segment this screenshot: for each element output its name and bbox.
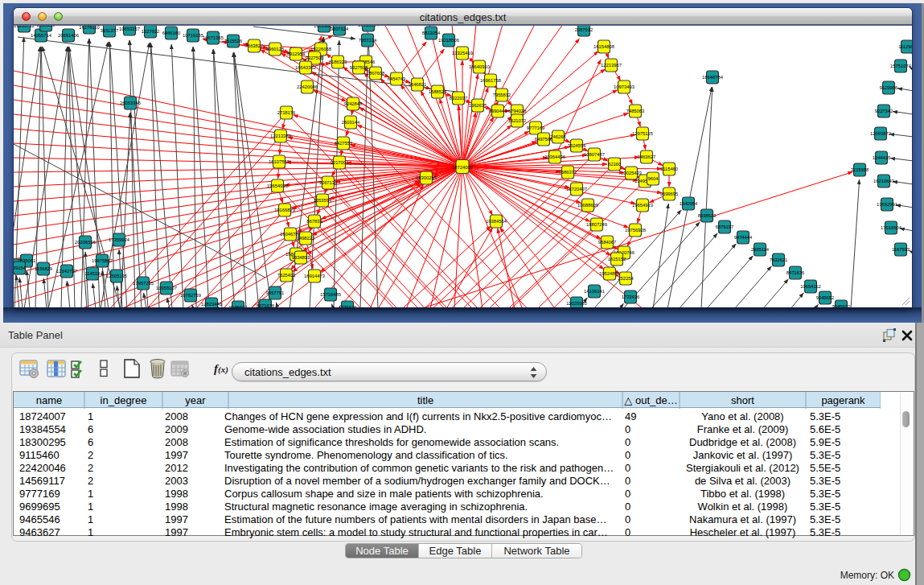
svg-text:8186323: 8186323 — [329, 60, 347, 64]
svg-text:19756928: 19756928 — [625, 228, 646, 233]
svg-text:15716485: 15716485 — [320, 292, 341, 297]
svg-text:9463627: 9463627 — [638, 154, 656, 159]
svg-text:9684067: 9684067 — [598, 240, 617, 245]
svg-text:10973493: 10973493 — [614, 84, 634, 89]
svg-text:7515526: 7515526 — [224, 39, 243, 43]
svg-text:20691406: 20691406 — [58, 33, 79, 38]
svg-text:13325419: 13325419 — [452, 51, 473, 56]
svg-text:9129966: 9129966 — [880, 85, 898, 90]
svg-text:8813054: 8813054 — [422, 31, 441, 35]
svg-text:18807249: 18807249 — [586, 222, 607, 227]
svg-text:1615152: 1615152 — [608, 257, 626, 262]
svg-text:1621072: 1621072 — [508, 118, 527, 123]
svg-text:1112905: 1112905 — [898, 44, 912, 49]
svg-text:22420046: 22420046 — [297, 84, 318, 89]
svg-text:8471676: 8471676 — [786, 270, 805, 275]
svg-text:9934891: 9934891 — [292, 255, 310, 260]
svg-text:12093872: 12093872 — [870, 131, 891, 136]
svg-text:15720407: 15720407 — [566, 187, 587, 192]
svg-text:16107553: 16107553 — [269, 159, 290, 164]
svg-text:16648784: 16648784 — [702, 75, 724, 80]
svg-text:16671355: 16671355 — [203, 35, 224, 40]
svg-text:16961758: 16961758 — [480, 78, 501, 83]
svg-text:7632621: 7632621 — [770, 257, 788, 262]
svg-text:17016504: 17016504 — [881, 225, 902, 230]
svg-text:12505135: 12505135 — [106, 274, 127, 278]
svg-text:19654923: 19654923 — [632, 203, 653, 208]
svg-text:1156829: 1156829 — [35, 266, 52, 271]
svg-text:20364436: 20364436 — [544, 154, 565, 159]
svg-text:7485063: 7485063 — [626, 109, 645, 113]
svg-text:1527602: 1527602 — [142, 29, 160, 34]
svg-text:9327500: 9327500 — [306, 56, 324, 60]
svg-text:39154: 39154 — [14, 266, 27, 270]
svg-text:9327508: 9327508 — [350, 65, 368, 70]
svg-text:16914473: 16914473 — [304, 274, 325, 278]
svg-text:8990444: 8990444 — [489, 109, 507, 113]
svg-text:9604: 9604 — [648, 176, 659, 181]
svg-text:746266: 746266 — [550, 134, 565, 139]
svg-text:11629305: 11629305 — [566, 301, 586, 306]
svg-text:9115460: 9115460 — [660, 167, 678, 171]
svg-text:6794028: 6794028 — [508, 109, 527, 113]
svg-text:10958107: 10958107 — [156, 286, 177, 290]
svg-text:2935114: 2935114 — [751, 247, 770, 252]
svg-text:18300295: 18300295 — [416, 175, 437, 180]
svg-text:114519: 114519 — [85, 271, 101, 276]
svg-text:1244415: 1244415 — [873, 155, 891, 160]
svg-text:10688609: 10688609 — [577, 203, 598, 208]
svg-text:9242848: 9242848 — [344, 101, 363, 106]
svg-text:18640910: 18640910 — [469, 64, 490, 69]
svg-text:8427552: 8427552 — [335, 141, 353, 146]
svg-text:19218506: 19218506 — [438, 38, 459, 43]
svg-text:1588520: 1588520 — [429, 89, 447, 94]
svg-text:6466160: 6466160 — [162, 31, 181, 35]
svg-text:1640954: 1640954 — [680, 201, 698, 206]
svg-text:10025433: 10025433 — [621, 171, 642, 175]
svg-text:8912954: 8912954 — [287, 51, 306, 56]
svg-text:16543362: 16543362 — [295, 65, 316, 70]
svg-text:12213967: 12213967 — [601, 63, 622, 68]
svg-text:3624554: 3624554 — [568, 143, 586, 148]
svg-text:9474444: 9474444 — [734, 235, 753, 240]
svg-text:62160: 62160 — [608, 162, 621, 167]
svg-text:1362635: 1362635 — [469, 103, 487, 108]
svg-text:17957255: 17957255 — [133, 281, 154, 286]
svg-text:2087012: 2087012 — [575, 27, 593, 32]
svg-text:13226058: 13226058 — [310, 47, 331, 51]
svg-text:3498222: 3498222 — [297, 236, 315, 241]
svg-text:16210643: 16210643 — [873, 179, 894, 183]
svg-text:18724007: 18724007 — [452, 165, 473, 170]
svg-text:14055714: 14055714 — [31, 33, 52, 38]
svg-text:10719155: 10719155 — [183, 33, 203, 38]
svg-text:9245652: 9245652 — [816, 295, 835, 300]
svg-text:16782759: 16782759 — [180, 293, 201, 298]
svg-text:13055712: 13055712 — [14, 26, 35, 28]
svg-text:9245602: 9245602 — [832, 304, 851, 307]
svg-text:10807487: 10807487 — [584, 152, 605, 157]
svg-text:10654112: 10654112 — [800, 284, 820, 289]
svg-text:9457791: 9457791 — [266, 290, 285, 295]
svg-text:19384554: 19384554 — [486, 219, 507, 224]
svg-text:7955812: 7955812 — [493, 93, 511, 97]
svg-text:26053346: 26053346 — [120, 101, 141, 105]
svg-text:1353594: 1353594 — [314, 198, 332, 203]
svg-text:2603144: 2603144 — [342, 120, 360, 125]
svg-text:12342737: 12342737 — [56, 269, 77, 274]
svg-text:19524851: 19524851 — [599, 271, 620, 276]
svg-text:12823446: 12823446 — [201, 302, 222, 307]
svg-text:8454749: 8454749 — [388, 76, 406, 81]
svg-text:12213389: 12213389 — [270, 134, 291, 138]
svg-text:3151377: 3151377 — [101, 28, 119, 33]
svg-text:9699695: 9699695 — [660, 192, 679, 196]
svg-text:9777169: 9777169 — [527, 126, 545, 130]
svg-text:2867608: 2867608 — [367, 71, 385, 76]
svg-text:9245602: 9245602 — [229, 305, 248, 307]
svg-text:16154808: 16154808 — [593, 44, 614, 49]
svg-text:8471676: 8471676 — [257, 303, 275, 307]
svg-text:9217004: 9217004 — [331, 160, 349, 165]
svg-text:1733426: 1733426 — [622, 295, 640, 299]
svg-text:3215958: 3215958 — [851, 167, 869, 172]
svg-text:867833: 867833 — [306, 219, 322, 224]
svg-text:8938923: 8938923 — [698, 213, 717, 218]
